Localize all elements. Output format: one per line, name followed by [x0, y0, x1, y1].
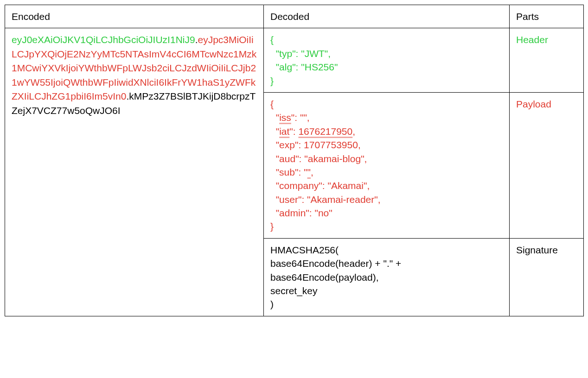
part-label-signature: Signature	[516, 245, 558, 255]
parts-header-cell: Header	[510, 28, 584, 93]
row-header: eyJ0eXAiOiJKV1QiLCJhbGciOiJIUzI1NiJ9.eyJ…	[5, 28, 584, 93]
decoded-signature-text: HMACSHA256( base64Encode(header) + "." +…	[270, 243, 503, 311]
decoded-header-cell: { "typ": "JWT", "alg": "HS256" }	[264, 28, 510, 93]
table-header-row: Encoded Decoded Parts	[5, 5, 584, 28]
parts-payload-cell: Payload	[510, 92, 584, 238]
col-header-encoded: Encoded	[5, 5, 264, 28]
encoded-token: eyJ0eXAiOiJKV1QiLCJhbGciOiJIUzI1NiJ9.eyJ…	[12, 33, 257, 118]
decoded-payload-json: { "iss": "", "iat": 1676217950, "exp": 1…	[270, 97, 503, 233]
col-header-parts: Parts	[510, 5, 584, 28]
decoded-signature-cell: HMACSHA256( base64Encode(header) + "." +…	[264, 238, 510, 316]
encoded-header-segment: eyJ0eXAiOiJKV1QiLCJhbGciOiJIUzI1NiJ9	[12, 34, 195, 45]
decoded-header-json: { "typ": "JWT", "alg": "HS256" }	[270, 33, 503, 88]
col-header-decoded: Decoded	[264, 5, 510, 28]
part-label-payload: Payload	[516, 99, 551, 109]
decoded-payload-cell: { "iss": "", "iat": 1676217950, "exp": 1…	[264, 92, 510, 238]
part-label-header: Header	[516, 34, 548, 45]
parts-signature-cell: Signature	[510, 238, 584, 316]
jwt-table: Encoded Decoded Parts eyJ0eXAiOiJKV1QiLC…	[5, 5, 584, 316]
encoded-cell: eyJ0eXAiOiJKV1QiLCJhbGciOiJIUzI1NiJ9.eyJ…	[5, 28, 264, 316]
